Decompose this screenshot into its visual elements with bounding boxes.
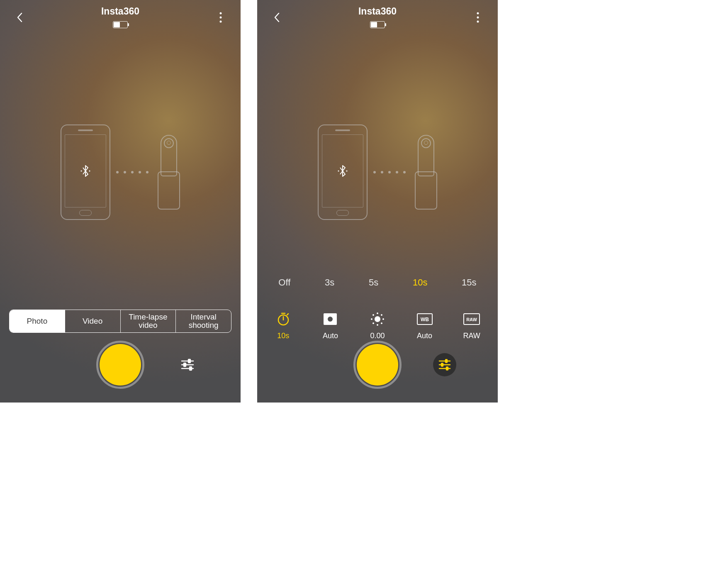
svg-rect-36 — [445, 360, 447, 363]
svg-rect-10 — [190, 367, 192, 370]
battery-icon — [113, 21, 128, 28]
svg-point-25 — [371, 319, 372, 320]
svg-point-23 — [377, 313, 378, 314]
pairing-graphic — [0, 124, 241, 220]
shutter-button[interactable] — [96, 341, 144, 389]
svg-point-2 — [220, 21, 222, 23]
settings-button-active[interactable] — [433, 353, 456, 376]
back-button[interactable] — [12, 9, 28, 26]
param-white-balance[interactable]: WB Auto — [406, 311, 443, 340]
svg-point-11 — [477, 12, 479, 15]
screen-left: Insta360 Photo Video Time-lapse video In… — [0, 0, 241, 403]
svg-point-26 — [382, 319, 384, 320]
sliders-icon — [180, 359, 195, 371]
svg-point-15 — [346, 171, 348, 172]
timer-3s[interactable]: 3s — [321, 275, 338, 290]
mode-tab-interval[interactable]: Interval shooting — [176, 310, 231, 332]
more-button[interactable] — [470, 9, 486, 26]
svg-line-19 — [287, 314, 288, 315]
svg-point-21 — [328, 317, 333, 322]
param-strip: 10s Auto 0.00 WB Auto RAW RAW — [257, 311, 498, 340]
screen-right: Insta360 Off 3s 5s 10s 15s 10s — [257, 0, 498, 403]
bluetooth-icon — [337, 163, 348, 178]
top-bar: Insta360 — [0, 0, 241, 37]
svg-point-29 — [372, 323, 374, 324]
phone-icon — [318, 124, 368, 220]
param-timer[interactable]: 10s — [265, 311, 302, 340]
svg-point-12 — [477, 17, 479, 19]
top-bar: Insta360 — [257, 0, 498, 37]
shutter-button[interactable] — [353, 341, 402, 389]
metering-icon — [322, 311, 338, 327]
more-button[interactable] — [212, 9, 229, 26]
raw-icon: RAW — [463, 311, 480, 327]
timer-options: Off 3s 5s 10s 15s — [257, 275, 498, 290]
svg-rect-40 — [446, 367, 448, 370]
svg-rect-8 — [184, 363, 186, 366]
mode-tabs: Photo Video Time-lapse video Interval sh… — [9, 310, 231, 333]
app-title: Insta360 — [358, 6, 397, 17]
bottom-row — [257, 338, 498, 392]
connection-dots — [116, 171, 148, 173]
settings-button[interactable] — [176, 353, 199, 376]
svg-point-28 — [381, 315, 382, 316]
svg-point-3 — [81, 171, 82, 172]
battery-icon — [370, 21, 385, 28]
camera-icon — [415, 135, 437, 210]
timer-off[interactable]: Off — [275, 275, 294, 290]
bottom-row — [0, 338, 241, 392]
pairing-graphic — [257, 124, 498, 220]
svg-text:WB: WB — [421, 317, 429, 322]
svg-point-14 — [338, 171, 339, 172]
timer-5s[interactable]: 5s — [365, 275, 382, 290]
svg-point-27 — [372, 315, 374, 316]
svg-rect-38 — [441, 364, 443, 366]
back-button[interactable] — [269, 9, 285, 26]
timer-15s[interactable]: 15s — [458, 275, 480, 290]
mode-tab-photo[interactable]: Photo — [10, 310, 65, 332]
timer-10s[interactable]: 10s — [409, 275, 431, 290]
bluetooth-icon — [80, 163, 91, 178]
svg-point-13 — [477, 21, 479, 23]
svg-text:RAW: RAW — [466, 317, 477, 322]
sliders-icon — [438, 359, 451, 371]
svg-point-0 — [220, 12, 222, 15]
svg-point-24 — [377, 324, 378, 326]
param-exposure[interactable]: 0.00 — [359, 311, 396, 340]
exposure-icon — [369, 311, 386, 327]
mode-tab-video[interactable]: Video — [65, 310, 121, 332]
svg-point-1 — [220, 17, 222, 19]
timer-icon — [275, 311, 292, 327]
svg-rect-6 — [188, 359, 190, 363]
camera-icon — [158, 135, 180, 210]
mode-tab-timelapse[interactable]: Time-lapse video — [121, 310, 176, 332]
param-format[interactable]: RAW RAW — [453, 311, 490, 340]
app-title: Insta360 — [101, 6, 139, 17]
param-metering[interactable]: Auto — [312, 311, 349, 340]
phone-icon — [61, 124, 110, 220]
svg-point-4 — [89, 171, 90, 172]
wb-icon: WB — [416, 311, 433, 327]
svg-point-30 — [381, 323, 382, 324]
connection-dots — [373, 171, 406, 173]
svg-point-22 — [375, 316, 380, 322]
